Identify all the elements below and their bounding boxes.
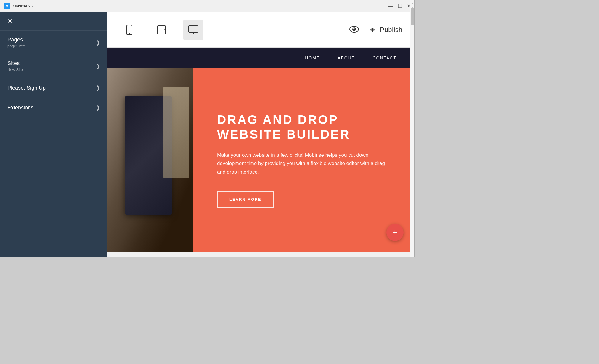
window-controls: — ❒ ✕: [388, 4, 411, 9]
sidebar-item-sites[interactable]: Sites New Site ❯: [0, 54, 107, 78]
learn-more-button[interactable]: LEARN MORE: [217, 191, 274, 208]
website-preview[interactable]: HOME ABOUT CONTACT DRAG AND DROP WEBSITE…: [107, 48, 414, 257]
toolbar-right: Publish: [349, 24, 402, 35]
hero-image-inner: [107, 68, 193, 252]
sidebar: ✕ Pages page1.html ❯ Sites New Site ❯ Pl…: [0, 12, 107, 257]
sidebar-pages-subtitle: page1.html: [7, 44, 26, 48]
tablet-device-button[interactable]: [151, 20, 171, 40]
sidebar-header: ✕: [0, 12, 107, 30]
app-icon: M: [4, 3, 10, 9]
main-area: ✕ Pages page1.html ❯ Sites New Site ❯ Pl…: [0, 12, 414, 257]
sidebar-item-pages[interactable]: Pages page1.html ❯: [0, 30, 107, 54]
sidebar-close-button[interactable]: ✕: [7, 18, 13, 25]
sidebar-pages-title: Pages: [7, 37, 26, 43]
mobile-device-button[interactable]: [119, 20, 139, 40]
preview-button[interactable]: [349, 24, 359, 35]
hero-image: [107, 68, 193, 252]
sidebar-extensions-chevron: ❯: [96, 104, 100, 111]
svg-rect-6: [189, 26, 198, 32]
sidebar-signup-chevron: ❯: [96, 85, 100, 91]
add-block-button[interactable]: +: [386, 224, 404, 241]
app-title: Mobirise 2.7: [13, 4, 34, 8]
sidebar-sites-subtitle: New Site: [7, 67, 23, 72]
scrollbar[interactable]: ▲: [410, 12, 414, 257]
hero-content: DRAG AND DROP WEBSITE BUILDER Make your …: [193, 95, 414, 225]
hero-title: DRAG AND DROP WEBSITE BUILDER: [217, 112, 391, 142]
scroll-thumb[interactable]: [411, 12, 414, 25]
sidebar-item-signup[interactable]: Please, Sign Up ❯: [0, 78, 107, 98]
sidebar-signup-title: Please, Sign Up: [7, 85, 46, 91]
desktop-device-button[interactable]: [183, 20, 203, 40]
svg-point-5: [165, 29, 165, 30]
toolbar: Publish: [107, 12, 414, 48]
nav-link-contact[interactable]: CONTACT: [372, 56, 396, 60]
minimize-button[interactable]: —: [388, 4, 393, 9]
svg-rect-4: [157, 26, 166, 34]
svg-point-12: [354, 29, 355, 30]
sidebar-sites-title: Sites: [7, 60, 23, 67]
content-area: Publish HOME ABOUT CONTACT: [107, 12, 414, 257]
nav-link-about[interactable]: ABOUT: [338, 56, 355, 60]
app-window: M Mobirise 2.7 — ❒ ✕ ✕ Pages page1.html …: [0, 0, 415, 257]
site-navigation: HOME ABOUT CONTACT: [107, 48, 414, 68]
svg-text:M: M: [6, 5, 8, 8]
svg-point-3: [129, 33, 130, 33]
sidebar-item-extensions[interactable]: Extensions ❯: [0, 98, 107, 117]
hero-description: Make your own website in a few clicks! M…: [217, 151, 389, 177]
sidebar-extensions-title: Extensions: [7, 105, 33, 111]
sidebar-sites-chevron: ❯: [96, 63, 100, 69]
maximize-button[interactable]: ❒: [398, 4, 402, 9]
nav-link-home[interactable]: HOME: [305, 56, 320, 60]
sidebar-pages-chevron: ❯: [96, 39, 100, 46]
hero-section: DRAG AND DROP WEBSITE BUILDER Make your …: [107, 68, 414, 252]
device-buttons: [119, 20, 203, 40]
publish-button[interactable]: Publish: [368, 25, 402, 34]
publish-label: Publish: [380, 26, 402, 34]
titlebar: M Mobirise 2.7 — ❒ ✕: [0, 0, 414, 12]
